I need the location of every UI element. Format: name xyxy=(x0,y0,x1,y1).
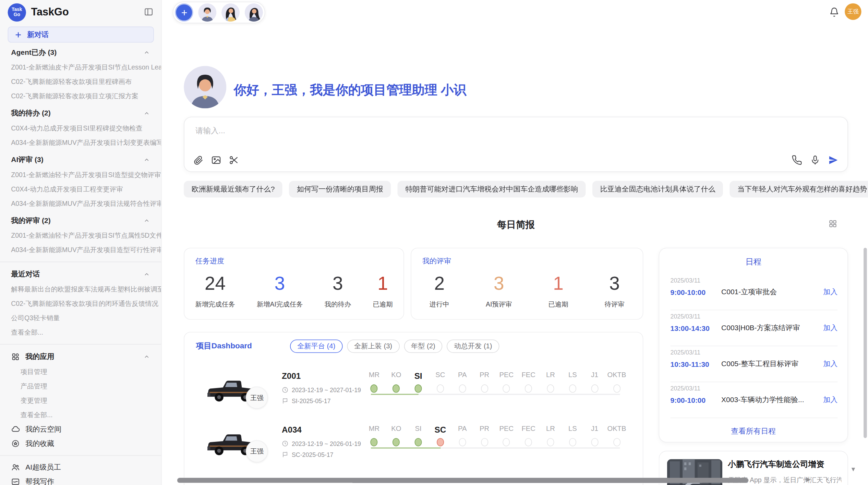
send-icon[interactable] xyxy=(828,155,839,165)
sidebar-item[interactable]: A034-全新新能源MUV产品开发项目造型可行性评审 xyxy=(0,243,161,257)
paperclip-icon[interactable] xyxy=(193,155,204,165)
suggestion-chip[interactable]: 特朗普可能对进口汽车增税会对中国车企造成哪些影响 xyxy=(398,181,586,197)
milestone-dot-done[interactable] xyxy=(393,384,400,393)
milestone-dot[interactable] xyxy=(591,384,598,393)
sidebar-collapse-icon[interactable] xyxy=(144,7,153,16)
milestone-dot[interactable] xyxy=(481,438,488,446)
section-header-recent[interactable]: 最近对话 xyxy=(0,266,161,282)
sidebar-item[interactable]: Z001-全新燃油轻卡产品开发项目SI节点属性5D文件评审 xyxy=(0,228,161,243)
tab-new-platform[interactable]: 全新平台 (4) xyxy=(290,339,342,353)
dashboard-title: 项目Dashboard xyxy=(196,341,290,351)
suggestion-chip[interactable]: 比亚迪全固态电池计划具体说了什么 xyxy=(592,181,723,197)
chevron-up-icon[interactable] xyxy=(143,110,150,116)
briefing-layout-icon[interactable] xyxy=(828,219,837,228)
chevron-up-icon[interactable] xyxy=(143,353,150,360)
section-header-agent-done[interactable]: Agent已办 (3) xyxy=(0,45,161,60)
milestone-dot[interactable] xyxy=(437,384,444,393)
view-all-recent-link[interactable]: 查看全部... xyxy=(0,325,161,340)
tab-new-body[interactable]: 全新上装 (3) xyxy=(347,339,399,353)
milestone-dot[interactable] xyxy=(569,384,576,393)
sidebar-item[interactable]: Z001-全新燃油皮卡产品开发项目SI节点Lesson Learn报告 xyxy=(0,60,161,75)
sidebar-app-change-mgmt[interactable]: 变更管理 xyxy=(0,393,161,408)
milestone-dot[interactable] xyxy=(547,384,554,393)
sidebar-item[interactable]: C0X4-动力总成开发项目工程变更评审 xyxy=(0,182,161,196)
sidebar-item[interactable]: C02-飞腾新能源轻客改款项目里程碑画布 xyxy=(0,75,161,89)
milestone-dot[interactable] xyxy=(525,384,532,393)
milestone-dot-done[interactable] xyxy=(415,438,422,446)
new-chat-button[interactable]: 新对话 xyxy=(8,27,154,43)
sidebar-item-favorites[interactable]: 我的收藏 xyxy=(0,436,161,451)
join-link[interactable]: 加入 xyxy=(823,323,837,333)
chevron-up-icon[interactable] xyxy=(143,217,150,224)
milestone-dot[interactable] xyxy=(613,438,620,446)
suggestion-chip[interactable]: 欧洲新规最近颁布了什么? xyxy=(184,181,282,197)
suggestion-chip[interactable]: 当下年轻人对汽车外观有怎样的喜好趋势 xyxy=(730,181,868,197)
milestone-dot-done[interactable] xyxy=(371,384,378,393)
milestone-dot-done[interactable] xyxy=(371,438,378,446)
event-date: 2025/03/11 xyxy=(671,275,838,284)
sidebar-item-cloud-space[interactable]: 我的云空间 xyxy=(0,422,161,436)
milestone-dot[interactable] xyxy=(481,384,488,393)
milestone-dot[interactable] xyxy=(547,438,554,446)
sidebar-item[interactable]: A034-全新新能源MUV产品开发项目法规符合性评审 xyxy=(0,196,161,211)
user-avatar[interactable]: 王强 xyxy=(845,3,861,20)
plus-icon xyxy=(180,8,189,17)
microphone-icon[interactable] xyxy=(810,155,820,165)
horizontal-scrollbar-thumb[interactable] xyxy=(177,478,748,483)
section-header-my-apps[interactable]: 我的应用 xyxy=(0,349,161,364)
milestone-dot[interactable] xyxy=(613,384,620,393)
tab-year-model[interactable]: 年型 (2) xyxy=(404,339,443,353)
avatar[interactable] xyxy=(245,3,263,22)
scissors-icon[interactable] xyxy=(229,155,239,165)
section-header-my-todo[interactable]: 我的待办 (2) xyxy=(0,105,161,121)
sidebar-item[interactable]: Z001-全新燃油轻卡产品开发项目SI造型提交物评审 xyxy=(0,167,161,182)
join-link[interactable]: 加入 xyxy=(823,287,837,297)
tab-powertrain-dev[interactable]: 动总开发 (1) xyxy=(447,339,499,353)
sidebar-item-label: 我的云空间 xyxy=(25,424,61,434)
avatar[interactable] xyxy=(198,3,216,22)
sidebar-app-product-mgmt[interactable]: 产品管理 xyxy=(0,379,161,393)
chevron-up-icon[interactable] xyxy=(143,49,150,56)
milestone-label: LR xyxy=(540,425,562,434)
milestone-dot[interactable] xyxy=(591,438,598,446)
milestone-dot[interactable] xyxy=(569,438,576,446)
sidebar-item[interactable]: A034-全新新能源MUV产品开发项目计划变更表编写 xyxy=(0,136,161,150)
sidebar-item-help-me-write[interactable]: 帮我写作 xyxy=(0,474,161,485)
milestone-dot-overdue[interactable] xyxy=(437,438,444,446)
notification-bell-icon[interactable] xyxy=(829,7,839,17)
sidebar-app-project-mgmt[interactable]: 项目管理 xyxy=(0,364,161,379)
milestone-dot[interactable] xyxy=(525,438,532,446)
scroll-right-arrow-icon[interactable]: ▶ xyxy=(806,476,811,483)
chevron-up-icon[interactable] xyxy=(143,157,150,163)
join-link[interactable]: 加入 xyxy=(823,395,837,405)
project-row[interactable]: 王强 Z001 2023-12-19 ~ 2027-01-19 SI-2025-… xyxy=(184,365,643,419)
project-row[interactable]: 王强 A034 2023-12-19 ~ 2026-01-19 SC-2025-… xyxy=(184,419,643,473)
section-header-my-review[interactable]: 我的评审 (2) xyxy=(0,213,161,228)
sidebar-item[interactable]: 公司Q3轻卡销量 xyxy=(0,311,161,325)
sidebar-item-ai-super-staff[interactable]: AI超级员工 xyxy=(0,460,161,475)
stat-my-todo: 3我的待办 xyxy=(325,273,351,309)
vertical-scrollbar-thumb[interactable] xyxy=(864,248,867,438)
milestone-dot[interactable] xyxy=(503,438,510,446)
sidebar-item[interactable]: C0X4-动力总成开发项目SI里程碑提交物检查 xyxy=(0,121,161,136)
avatar[interactable] xyxy=(221,3,240,22)
milestone-dot[interactable] xyxy=(459,438,466,446)
section-header-ai-review[interactable]: AI评审 (3) xyxy=(0,152,161,167)
view-all-schedule-link[interactable]: 查看所有日程 xyxy=(659,426,847,436)
phone-icon[interactable] xyxy=(792,155,802,165)
image-icon[interactable] xyxy=(211,155,221,165)
join-link[interactable]: 加入 xyxy=(823,359,837,369)
chat-input[interactable] xyxy=(195,126,583,135)
scroll-down-arrow-icon[interactable]: ▼ xyxy=(850,466,856,472)
sidebar-item[interactable]: C02-飞腾新能源轻客改款项目的闭环通告反馈情况 xyxy=(0,297,161,311)
suggestion-chip[interactable]: 如何写一份清晰的项目周报 xyxy=(289,181,391,197)
milestone-dot[interactable] xyxy=(459,384,466,393)
milestone-dot-done[interactable] xyxy=(393,438,400,446)
add-member-button[interactable] xyxy=(175,3,193,22)
sidebar-item[interactable]: 解释最新出台的欧盟报废车法规再生塑料比例被调至15%... xyxy=(0,282,161,297)
milestone-dot-done[interactable] xyxy=(415,384,422,393)
view-all-apps-link[interactable]: 查看全部... xyxy=(0,408,161,422)
milestone-dot[interactable] xyxy=(503,384,510,393)
chevron-up-icon[interactable] xyxy=(143,271,150,277)
sidebar-item[interactable]: C02-飞腾新能源轻客改款项目立项汇报方案 xyxy=(0,89,161,103)
